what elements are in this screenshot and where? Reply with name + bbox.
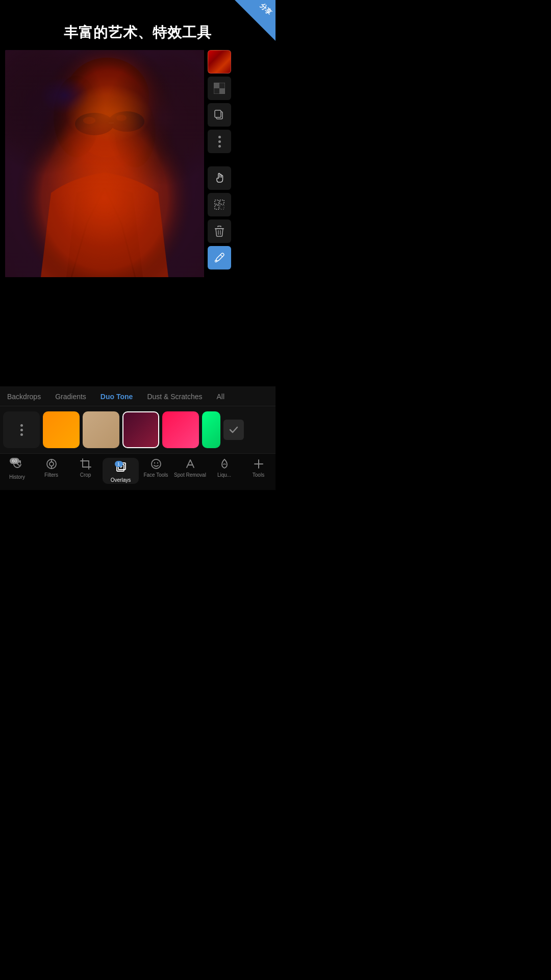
liquify-icon bbox=[218, 458, 231, 470]
face-tools-icon bbox=[150, 458, 162, 470]
photo-canvas[interactable] bbox=[5, 50, 204, 277]
swatch-dots-icon bbox=[20, 424, 23, 436]
copy-layer-button[interactable] bbox=[208, 103, 231, 127]
nav-liquify-label: Liqu... bbox=[217, 472, 231, 478]
nav-history[interactable]: 60 History bbox=[0, 458, 34, 484]
history-badge: 60 bbox=[10, 458, 19, 464]
svg-point-36 bbox=[152, 459, 161, 469]
svg-rect-17 bbox=[219, 88, 225, 94]
nav-spot-removal-label: Spot Removal bbox=[174, 472, 206, 478]
select-icon bbox=[214, 199, 225, 210]
tab-backdrops[interactable]: Backdrops bbox=[0, 390, 48, 403]
swatch-dark-red[interactable] bbox=[122, 411, 159, 448]
filters-icon bbox=[45, 458, 58, 470]
nav-spot-removal[interactable]: Spot Removal bbox=[173, 458, 207, 484]
more-options-button[interactable] bbox=[208, 130, 231, 153]
overlays-badge: 1 bbox=[115, 461, 123, 467]
nav-tools-label: Tools bbox=[253, 472, 264, 478]
eyedropper-button[interactable] bbox=[208, 246, 231, 270]
tab-all[interactable]: All bbox=[210, 390, 232, 403]
copy-icon bbox=[214, 109, 225, 120]
spot-removal-icon bbox=[184, 458, 196, 470]
bottom-panel: Backdrops Gradients Duo Tone Dust & Scra… bbox=[0, 386, 276, 490]
svg-rect-26 bbox=[220, 205, 224, 209]
color-swatch-button[interactable] bbox=[208, 50, 231, 74]
nav-liquify[interactable]: Liqu... bbox=[207, 458, 241, 484]
nav-face-tools[interactable]: Face Tools bbox=[139, 458, 173, 484]
tab-duo-tone[interactable]: Duo Tone bbox=[93, 390, 140, 403]
checker-icon bbox=[214, 83, 225, 94]
crop-icon bbox=[80, 458, 92, 470]
corner-badge-text: 分享 bbox=[258, 2, 273, 16]
nav-face-tools-label: Face Tools bbox=[143, 472, 168, 478]
nav-crop[interactable]: Crop bbox=[68, 458, 103, 484]
svg-rect-19 bbox=[214, 88, 219, 94]
photo-background bbox=[5, 50, 204, 277]
nav-filters-label: Filters bbox=[44, 472, 58, 478]
category-tabs: Backdrops Gradients Duo Tone Dust & Scra… bbox=[0, 386, 276, 406]
svg-point-31 bbox=[49, 462, 54, 466]
svg-rect-16 bbox=[214, 83, 219, 88]
nav-crop-label: Crop bbox=[80, 472, 91, 478]
tab-dust-scratches[interactable]: Dust & Scratches bbox=[140, 390, 209, 403]
right-toolbar bbox=[204, 50, 232, 277]
swatch-pink-red[interactable] bbox=[162, 411, 199, 448]
select-tool-button[interactable] bbox=[208, 193, 231, 216]
svg-rect-23 bbox=[215, 200, 219, 204]
delete-icon bbox=[214, 226, 224, 237]
svg-rect-18 bbox=[219, 83, 225, 88]
swatch-green-teal[interactable] bbox=[202, 411, 220, 448]
svg-rect-22 bbox=[215, 110, 221, 117]
swatch-dots[interactable] bbox=[3, 411, 40, 448]
checker-button[interactable] bbox=[208, 77, 231, 100]
photo-overlay bbox=[5, 50, 204, 277]
nav-overlays[interactable]: 1 Overlays bbox=[103, 458, 139, 484]
more-dots-icon bbox=[218, 136, 221, 148]
hand-icon bbox=[214, 173, 225, 184]
swatches-row bbox=[0, 406, 276, 453]
svg-rect-25 bbox=[215, 205, 219, 209]
tools-plus-icon bbox=[253, 458, 265, 470]
svg-point-37 bbox=[154, 462, 155, 463]
svg-point-38 bbox=[157, 462, 158, 463]
bottom-nav: 60 History Filters bbox=[0, 453, 276, 490]
swatch-confirm-button[interactable] bbox=[223, 420, 244, 440]
nav-filters[interactable]: Filters bbox=[34, 458, 68, 484]
page-title: 丰富的艺术、特效工具 bbox=[0, 0, 276, 50]
eyedropper-icon bbox=[214, 252, 225, 263]
swatch-tan[interactable] bbox=[83, 411, 119, 448]
tab-gradients[interactable]: Gradients bbox=[48, 390, 93, 403]
main-editing-area bbox=[5, 50, 270, 277]
svg-rect-24 bbox=[220, 200, 224, 204]
swatch-orange[interactable] bbox=[43, 411, 80, 448]
nav-history-label: History bbox=[9, 474, 25, 480]
checkmark-icon bbox=[228, 424, 239, 435]
hand-tool-button[interactable] bbox=[208, 166, 231, 190]
delete-button[interactable] bbox=[208, 219, 231, 243]
nav-tools[interactable]: Tools bbox=[241, 458, 276, 484]
nav-overlays-label: Overlays bbox=[111, 477, 131, 483]
